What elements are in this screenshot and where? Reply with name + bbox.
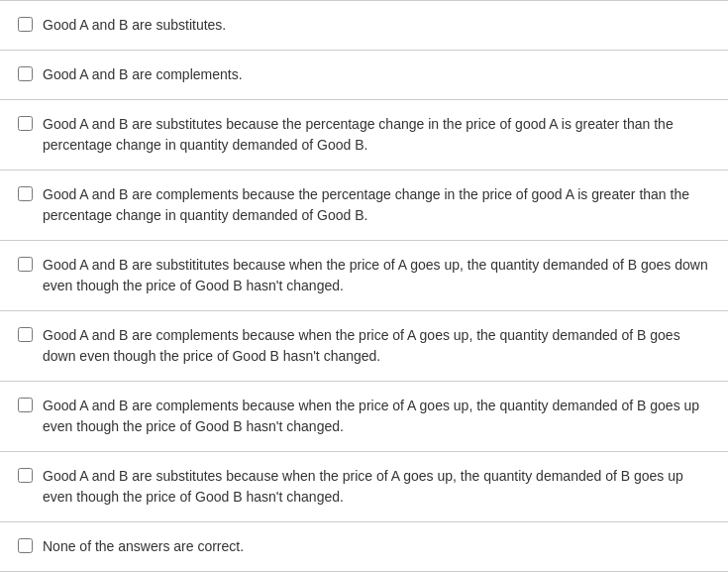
list-item: Good A and B are substitutes. xyxy=(0,1,728,51)
checkbox-9[interactable] xyxy=(18,538,33,553)
list-item: Good A and B are complements because whe… xyxy=(0,382,728,452)
checkbox-2[interactable] xyxy=(18,66,33,81)
checkbox-4[interactable] xyxy=(18,186,33,201)
checkbox-7[interactable] xyxy=(18,398,33,412)
list-item: Good A and B are substititutes because w… xyxy=(0,241,728,311)
option-label-8[interactable]: Good A and B are substitutes because whe… xyxy=(43,466,710,508)
checkbox-6[interactable] xyxy=(18,327,33,342)
option-label-9[interactable]: None of the answers are correct. xyxy=(43,536,244,557)
list-item: Good A and B are complements because whe… xyxy=(0,311,728,382)
option-label-2[interactable]: Good A and B are complements. xyxy=(43,64,243,85)
list-item: None of the answers are correct. xyxy=(0,522,728,572)
option-label-6[interactable]: Good A and B are complements because whe… xyxy=(43,325,710,367)
list-item: Good A and B are substitutes because whe… xyxy=(0,452,728,522)
checkbox-1[interactable] xyxy=(18,17,33,32)
option-label-5[interactable]: Good A and B are substititutes because w… xyxy=(43,255,710,296)
list-item: Good A and B are complements. xyxy=(0,51,728,100)
checkbox-3[interactable] xyxy=(18,116,33,131)
option-label-4[interactable]: Good A and B are complements because the… xyxy=(43,184,710,226)
option-label-7[interactable]: Good A and B are complements because whe… xyxy=(43,396,710,437)
option-label-1[interactable]: Good A and B are substitutes. xyxy=(43,15,226,36)
list-item: Good A and B are complements because the… xyxy=(0,171,728,241)
option-label-3[interactable]: Good A and B are substitutes because the… xyxy=(43,114,710,156)
checkbox-5[interactable] xyxy=(18,257,33,272)
answer-options-list: Good A and B are substitutes.Good A and … xyxy=(0,0,728,572)
checkbox-8[interactable] xyxy=(18,468,33,483)
list-item: Good A and B are substitutes because the… xyxy=(0,100,728,171)
